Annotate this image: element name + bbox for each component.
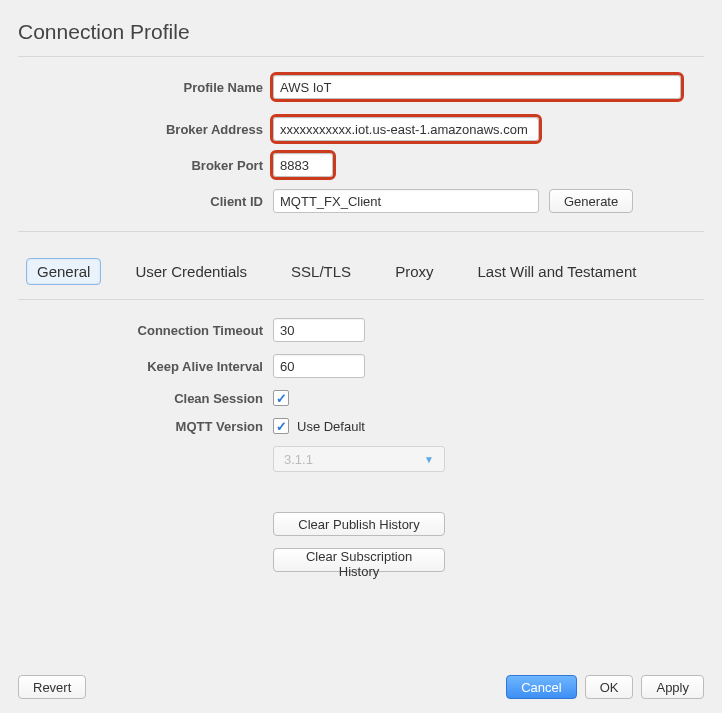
mqtt-use-default-label: Use Default bbox=[297, 419, 365, 434]
generate-button[interactable]: Generate bbox=[549, 189, 633, 213]
revert-button[interactable]: Revert bbox=[18, 675, 86, 699]
row-mqtt-version-select: 3.1.1 ▼ bbox=[18, 446, 704, 472]
label-clean-session: Clean Session bbox=[18, 391, 273, 406]
label-broker-address: Broker Address bbox=[18, 122, 273, 137]
clear-publish-button[interactable]: Clear Publish History bbox=[273, 512, 445, 536]
label-broker-port: Broker Port bbox=[18, 158, 273, 173]
footer: Revert Cancel OK Apply bbox=[18, 665, 704, 699]
mqtt-version-dropdown[interactable]: 3.1.1 ▼ bbox=[273, 446, 445, 472]
row-clear-publish: Clear Publish History bbox=[18, 512, 704, 536]
label-profile-name: Profile Name bbox=[18, 80, 273, 95]
clean-session-checkbox[interactable] bbox=[273, 390, 289, 406]
row-mqtt-version: MQTT Version Use Default bbox=[18, 418, 704, 434]
tab-last-will[interactable]: Last Will and Testament bbox=[467, 259, 646, 284]
connection-timeout-input[interactable] bbox=[273, 318, 365, 342]
label-client-id: Client ID bbox=[18, 194, 273, 209]
row-profile-name: Profile Name bbox=[18, 75, 704, 99]
tab-general[interactable]: General bbox=[26, 258, 101, 285]
cancel-button[interactable]: Cancel bbox=[506, 675, 576, 699]
profile-name-input[interactable] bbox=[273, 75, 681, 99]
keep-alive-input[interactable] bbox=[273, 354, 365, 378]
mqtt-version-selected: 3.1.1 bbox=[284, 452, 313, 467]
tab-ssl-tls[interactable]: SSL/TLS bbox=[281, 259, 361, 284]
clear-subscription-button[interactable]: Clear Subscription History bbox=[273, 548, 445, 572]
client-id-input[interactable] bbox=[273, 189, 539, 213]
row-clear-subscription: Clear Subscription History bbox=[18, 548, 704, 572]
row-keep-alive: Keep Alive Interval bbox=[18, 354, 704, 378]
divider bbox=[18, 56, 704, 57]
row-broker-port: Broker Port bbox=[18, 153, 704, 177]
tab-user-credentials[interactable]: User Credentials bbox=[125, 259, 257, 284]
label-keep-alive: Keep Alive Interval bbox=[18, 359, 273, 374]
row-connection-timeout: Connection Timeout bbox=[18, 318, 704, 342]
tab-proxy[interactable]: Proxy bbox=[385, 259, 443, 284]
label-mqtt-version: MQTT Version bbox=[18, 419, 273, 434]
tab-bar: General User Credentials SSL/TLS Proxy L… bbox=[26, 258, 704, 285]
page-title: Connection Profile bbox=[18, 20, 704, 44]
apply-button[interactable]: Apply bbox=[641, 675, 704, 699]
broker-address-input[interactable] bbox=[273, 117, 539, 141]
broker-port-input[interactable] bbox=[273, 153, 333, 177]
divider bbox=[18, 299, 704, 300]
row-client-id: Client ID Generate bbox=[18, 189, 704, 213]
ok-button[interactable]: OK bbox=[585, 675, 634, 699]
chevron-down-icon: ▼ bbox=[424, 454, 434, 465]
mqtt-use-default-checkbox[interactable] bbox=[273, 418, 289, 434]
row-clean-session: Clean Session bbox=[18, 390, 704, 406]
label-connection-timeout: Connection Timeout bbox=[18, 323, 273, 338]
row-broker-address: Broker Address bbox=[18, 117, 704, 141]
divider bbox=[18, 231, 704, 232]
